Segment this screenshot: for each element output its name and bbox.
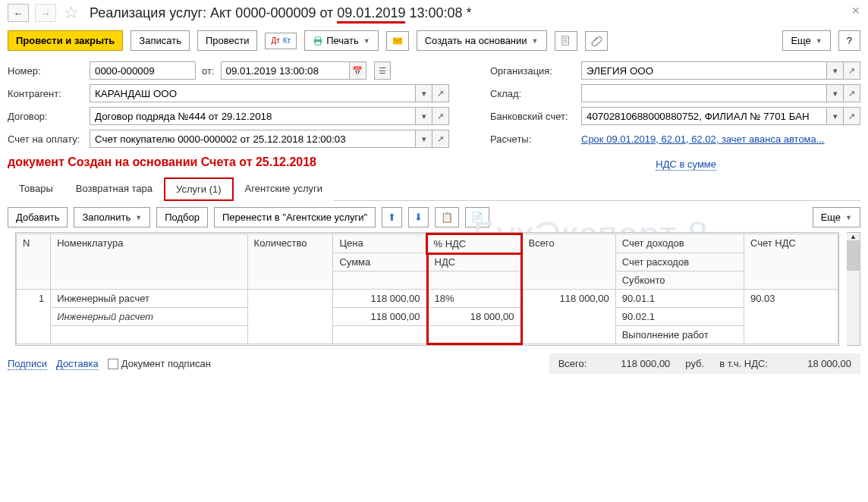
cell-nom: Инженерный расчет	[51, 290, 247, 308]
th-empty1	[333, 271, 427, 290]
table-row[interactable]: 1 Инженерный расчет 118 000,00 18% 118 0…	[17, 290, 838, 308]
clip-icon	[591, 36, 602, 46]
dtkt-button[interactable]: ДтКт	[265, 33, 297, 49]
help-button[interactable]: ?	[838, 30, 860, 51]
tab-agent[interactable]: Агентские услуги	[234, 177, 335, 201]
cell-subconto: Выполнение работ	[615, 326, 744, 344]
delivery-link[interactable]: Доставка	[56, 358, 99, 370]
contr-dropdown[interactable]: ▾	[416, 84, 432, 102]
th-income: Счет доходов	[615, 234, 744, 253]
print-button[interactable]: Печать▼	[304, 30, 379, 51]
contract-label: Договор:	[8, 111, 90, 122]
paste-button[interactable]: 📄	[465, 207, 489, 227]
th-vat-acc: Счет НДС	[744, 234, 838, 290]
create-basis-label: Создать на основании	[425, 35, 527, 46]
th-n: N	[17, 234, 51, 290]
table-more-button[interactable]: Еще▼	[813, 207, 860, 227]
files-button[interactable]	[555, 31, 577, 51]
move-button[interactable]: Перенести в "Агентские услуги"	[214, 207, 376, 227]
cell-vat-acc: 90.03	[744, 290, 838, 344]
signatures-link[interactable]: Подписи	[8, 358, 47, 370]
save-button[interactable]: Записать	[131, 30, 190, 51]
cell-n: 1	[17, 290, 51, 344]
invoice-label: Счет на оплату:	[8, 133, 90, 145]
cell-sum: 118 000,00	[333, 308, 427, 326]
close-icon[interactable]: ✕	[851, 5, 860, 17]
forward-button[interactable]: →	[35, 4, 56, 22]
title-date: 09.01.2019	[337, 5, 405, 24]
title-prefix: Реализация услуг: Акт 0000-000009 от	[90, 5, 337, 20]
contr-open[interactable]: ↗	[432, 84, 449, 102]
warehouse-open[interactable]: ↗	[844, 84, 860, 102]
post-button[interactable]: Провести	[197, 30, 258, 51]
fill-button[interactable]: Заполнить▼	[74, 207, 150, 227]
more-button[interactable]: Еще▼	[782, 30, 830, 51]
mail-button[interactable]	[386, 31, 409, 51]
bank-dropdown[interactable]: ▾	[827, 107, 844, 125]
star-icon[interactable]: ☆	[64, 3, 79, 23]
add-button[interactable]: Добавить	[8, 207, 68, 227]
th-subconto: Субконто	[615, 271, 744, 290]
mode-icon[interactable]: ☰	[374, 61, 391, 80]
table-row[interactable]: Инженерный расчет 118 000,00 18 000,00 9…	[17, 308, 838, 326]
org-open[interactable]: ↗	[844, 61, 860, 80]
signed-label: Документ подписан	[121, 358, 211, 369]
th-qty: Количество	[247, 234, 333, 290]
contract-field[interactable]	[90, 107, 416, 125]
contr-field[interactable]	[90, 84, 416, 102]
vat-mode-link[interactable]: НДС в сумме	[656, 158, 716, 171]
cell-vat2	[427, 326, 521, 344]
org-field[interactable]	[581, 61, 827, 80]
bank-field[interactable]	[581, 107, 827, 125]
mail-icon	[392, 36, 403, 46]
vat-label: в т.ч. НДС:	[719, 358, 768, 369]
services-table[interactable]: N Номенклатура Количество Цена % НДС Все…	[16, 233, 838, 345]
cell-vat-pct: 18%	[427, 290, 521, 308]
svg-rect-2	[316, 41, 321, 44]
number-field[interactable]	[90, 61, 196, 80]
from-label: от:	[202, 65, 215, 77]
fill-label: Заполнить	[82, 212, 131, 223]
total-label: Всего:	[558, 358, 587, 369]
cell-sum2	[333, 326, 427, 344]
warehouse-field[interactable]	[581, 84, 827, 102]
org-dropdown[interactable]: ▾	[827, 61, 844, 80]
up-button[interactable]: ⬆	[382, 207, 402, 227]
copy-button[interactable]: 📋	[435, 207, 459, 227]
calc-label: Расчеты:	[490, 133, 581, 145]
invoice-open[interactable]: ↗	[432, 130, 449, 148]
th-vat: НДС	[427, 253, 521, 271]
cell-total: 118 000,00	[521, 290, 615, 344]
invoice-field[interactable]	[90, 130, 416, 148]
down-button[interactable]: ⬇	[408, 207, 429, 227]
table-row[interactable]: Выполнение работ	[17, 326, 838, 344]
signed-checkbox[interactable]: Документ подписан	[108, 358, 211, 370]
date-field[interactable]	[221, 61, 350, 80]
create-basis-button[interactable]: Создать на основании▼	[417, 30, 547, 51]
calendar-icon[interactable]: 📅	[350, 61, 366, 80]
contract-open[interactable]: ↗	[432, 107, 449, 125]
attach-button[interactable]	[585, 31, 608, 51]
warehouse-dropdown[interactable]: ▾	[827, 84, 844, 102]
th-price: Цена	[333, 234, 427, 253]
bank-label: Банковский счет:	[490, 111, 581, 122]
sheet-icon	[561, 36, 571, 46]
cell-income: 90.01.1	[615, 290, 744, 308]
totals-bar: Всего: 118 000,00 руб. в т.ч. НДС: 18 00…	[549, 353, 860, 374]
svg-rect-1	[316, 36, 321, 39]
invoice-dropdown[interactable]: ▾	[416, 130, 432, 148]
post-close-button[interactable]: Провести и закрыть	[8, 30, 123, 51]
calc-link[interactable]: Срок 09.01.2019, 62.01, 62.02, зачет ава…	[581, 133, 825, 145]
back-button[interactable]: ←	[8, 4, 29, 22]
bank-open[interactable]: ↗	[844, 107, 860, 125]
vertical-scrollbar[interactable]: ▲	[847, 232, 860, 346]
contract-dropdown[interactable]: ▾	[416, 107, 432, 125]
select-button[interactable]: Подбор	[156, 207, 208, 227]
tab-services[interactable]: Услуги (1)	[164, 177, 233, 201]
total-value: 118 000,00	[602, 358, 670, 369]
cell-nom2: Инженерный расчет	[51, 308, 247, 326]
tab-tare[interactable]: Возвратная тара	[64, 177, 164, 201]
page-title: Реализация услуг: Акт 0000-000009 от 09.…	[90, 5, 472, 21]
th-expense: Счет расходов	[615, 253, 744, 271]
tab-goods[interactable]: Товары	[8, 177, 64, 201]
